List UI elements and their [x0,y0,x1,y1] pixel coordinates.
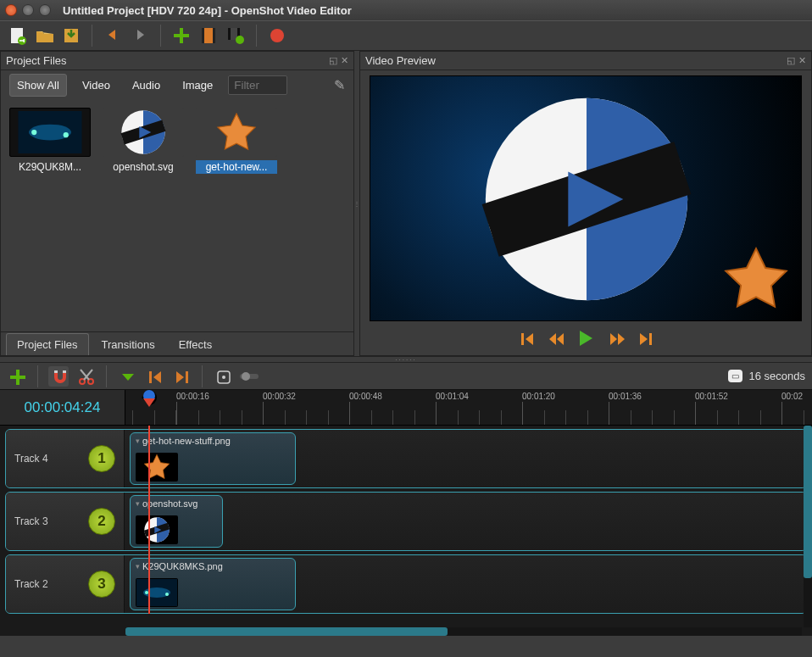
timecode-display[interactable]: 00:00:04:24 [0,390,125,425]
ruler-label: 00:00:16 [176,392,209,401]
clip-thumbnail [136,515,178,544]
track-name: Track 2 [14,578,48,590]
track-header[interactable]: Track 3 2 [6,493,125,550]
toolbar-separator [92,25,92,47]
timeline-clip[interactable]: ▾openshot.svg [130,495,223,548]
tab-effects[interactable]: Effects [168,333,224,355]
previous-marker-button[interactable] [144,366,164,387]
toolbar-separator [256,25,257,47]
horizontal-splitter[interactable]: ······ [0,356,812,363]
window-maximize-button[interactable] [39,4,51,16]
ruler-label: 00:00:48 [349,392,382,401]
zoom-slider[interactable] [240,374,259,379]
file-item[interactable]: K29QUK8M... [9,108,91,174]
import-files-button[interactable] [171,25,192,46]
filter-input[interactable] [228,75,287,95]
play-button[interactable] [576,328,596,348]
next-marker-button[interactable] [171,366,192,387]
filter-video-button[interactable]: Video [75,75,117,96]
choose-profile-button[interactable] [198,25,219,46]
panel-close-icon[interactable]: ✕ [798,55,806,66]
panel-close-icon[interactable]: ✕ [341,55,348,66]
track-badge: 2 [88,508,115,535]
clip-thumbnail [136,578,178,607]
track-row[interactable]: Track 2 3 ▾K29QUK8MKS.png [5,554,807,614]
record-button[interactable] [267,25,287,46]
main-toolbar [0,20,812,51]
snapping-button[interactable] [48,366,69,387]
timeline-h-scrollbar[interactable] [125,627,802,636]
clip-title: ▾get-hot-new-stuff.png [131,433,295,448]
razor-button[interactable] [75,366,96,387]
window-close-button[interactable] [5,4,17,16]
preview-screen[interactable] [370,75,802,321]
zoom-badge-icon: ▭ [728,370,742,382]
file-item[interactable]: openshot.svg [103,108,184,174]
ruler-label: 00:02 [781,392,803,401]
ruler-label: 00:01:20 [522,392,555,401]
chevron-down-icon: ▾ [136,562,140,571]
add-marker-button[interactable] [117,366,137,387]
timeline-v-scrollbar[interactable] [804,426,812,627]
track-header[interactable]: Track 2 3 [6,555,125,613]
center-playhead-button[interactable] [213,366,233,387]
clip-title: ▾openshot.svg [131,496,222,511]
rewind-button[interactable] [547,330,564,347]
track-row[interactable]: Track 4 1 ▾get-hot-new-stuff.png [5,429,807,488]
ruler-label: 00:01:52 [695,392,728,401]
files-grid[interactable]: K29QUK8M... openshot.svg get-hot-new... [1,99,353,331]
panel-float-icon[interactable]: ◱ [329,55,337,66]
filter-audio-button[interactable]: Audio [125,75,167,96]
timeline-v-scroll-thumb[interactable] [804,426,812,578]
track-body[interactable]: ▾K29QUK8MKS.png [125,555,806,613]
timeline-clip[interactable]: ▾K29QUK8MKS.png [130,558,296,610]
filter-image-button[interactable]: Image [175,75,220,96]
ruler-label: 00:01:36 [609,392,642,401]
clip-title: ▾K29QUK8MKS.png [131,559,295,574]
project-files-title: Project Files [6,54,67,67]
panel-float-icon[interactable]: ◱ [787,55,795,66]
timeline-clip[interactable]: ▾get-hot-new-stuff.png [130,432,296,485]
playhead-line[interactable] [148,426,150,614]
open-project-button[interactable] [34,25,54,46]
filter-show-all-button[interactable]: Show All [9,74,67,97]
track-badge: 3 [88,571,115,598]
track-header[interactable]: Track 4 1 [6,430,125,487]
track-name: Track 3 [14,515,48,527]
track-name: Track 4 [14,453,48,465]
timeline-duration-label: 16 seconds [749,370,806,382]
timeline-ruler[interactable]: 00:00:1600:00:3200:00:4800:01:0400:01:20… [125,390,812,425]
video-preview-panel: Video Preview ◱ ✕ [359,51,812,356]
track-row[interactable]: Track 3 2 ▾openshot.svg [5,492,807,551]
clip-thumbnail [136,453,178,482]
save-project-button[interactable] [61,25,81,46]
file-label: K29QUK8M... [9,160,91,174]
chevron-down-icon: ▾ [136,437,140,445]
undo-button[interactable] [103,25,123,46]
new-project-button[interactable] [7,25,27,46]
window-minimize-button[interactable] [22,4,34,16]
clear-filter-icon[interactable]: ✎ [334,77,345,93]
file-label: openshot.svg [103,160,184,174]
jump-end-button[interactable] [637,330,653,347]
video-preview-title: Video Preview [365,54,436,67]
project-files-panel: Project Files ◱ ✕ Show All Video Audio I… [0,51,354,356]
timeline-h-scroll-thumb[interactable] [125,627,448,636]
track-body[interactable]: ▾get-hot-new-stuff.png [125,430,806,487]
track-body[interactable]: ▾openshot.svg [125,493,806,550]
tab-project-files[interactable]: Project Files [6,333,89,355]
chevron-down-icon: ▾ [136,499,140,508]
timeline-toolbar: ▭ 16 seconds [0,363,812,390]
export-video-button[interactable] [225,25,246,46]
fast-forward-button[interactable] [608,330,625,347]
redo-button[interactable] [130,25,150,46]
tab-transitions[interactable]: Transitions [91,333,166,355]
jump-start-button[interactable] [518,330,535,347]
file-item[interactable]: get-hot-new... [196,108,277,174]
filter-row: Show All Video Audio Image ✎ [1,70,353,99]
playback-controls [518,325,653,352]
track-badge: 1 [88,445,115,472]
window-title: Untitled Project [HDV 720 24p] - OpenSho… [63,4,352,17]
file-label: get-hot-new... [196,160,277,174]
add-track-button[interactable] [7,366,27,387]
